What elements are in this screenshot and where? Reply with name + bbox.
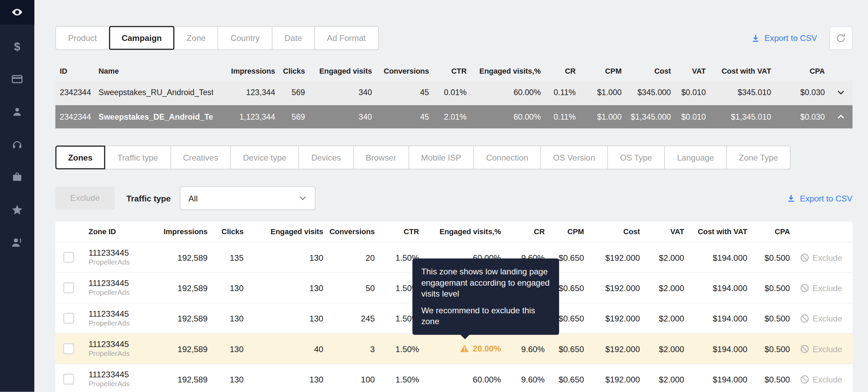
detail-tab-label: OS Version (553, 153, 595, 162)
zone-checkbox[interactable] (63, 252, 74, 263)
report-tab[interactable]: Zone (174, 26, 218, 50)
detail-tab[interactable]: Connection (474, 146, 541, 169)
detail-tab[interactable]: Device type (230, 146, 299, 169)
zone-cr: 9.60% (505, 374, 549, 384)
campaign-conversions: 45 (376, 88, 433, 97)
zone-id: 111233445 (89, 338, 137, 349)
detail-tab[interactable]: OS Version (540, 146, 608, 169)
content: Product Campaign Zone Country Date Ad Fo… (55, 0, 852, 392)
campaign-row[interactable]: 2342344 Sweepstakes_RU_Android_Test 123,… (55, 81, 852, 104)
detail-tab[interactable]: Creatives (170, 146, 231, 169)
detail-tab-label: Zone Type (739, 153, 778, 162)
exclude-zone-button[interactable]: Exclude (794, 344, 852, 353)
exclude-zone-button[interactable]: Exclude (794, 314, 852, 323)
column-header-cost-with-vat: Cost with VAT (689, 227, 752, 236)
sidebar: $ (0, 0, 34, 392)
warning-icon (460, 344, 469, 352)
zone-vat: $2.000 (644, 344, 689, 353)
campaign-engaged-pct: 60.00% (471, 88, 545, 97)
zone-checkbox[interactable] (63, 374, 74, 385)
dollar-icon[interactable]: $ (11, 40, 24, 53)
detail-tab[interactable]: Zone Type (726, 146, 791, 169)
refresh-button[interactable] (829, 26, 852, 49)
detail-tab-label: Zones (68, 153, 93, 162)
detail-tab-label: Browser (366, 153, 396, 162)
exclude-selected-button[interactable]: Exclude (55, 186, 115, 210)
chevron-down-icon[interactable] (836, 88, 845, 97)
referral-voice-icon[interactable] (11, 236, 24, 249)
campaign-cost-with-vat: $345.010 (710, 88, 776, 97)
eye-icon[interactable] (0, 0, 34, 24)
detail-tab[interactable]: Zones (55, 146, 105, 169)
report-tab[interactable]: Ad Format (314, 26, 378, 50)
zone-cost: $192.000 (588, 253, 644, 262)
zone-cpm: $0.650 (549, 374, 588, 384)
user-icon[interactable] (11, 105, 24, 119)
tooltip-arrow (460, 334, 470, 340)
report-toolbar: Product Campaign Zone Country Date Ad Fo… (55, 26, 852, 50)
campaign-vat: $0.010 (675, 88, 710, 97)
billing-card-icon[interactable] (11, 73, 24, 86)
chevron-down-icon[interactable] (836, 112, 845, 121)
zones-table: Zone ID Impressions Clicks Engaged visit… (55, 221, 852, 392)
exclude-zone-button[interactable]: Exclude (794, 253, 852, 262)
detail-tab[interactable]: Traffic type (105, 146, 171, 169)
zone-checkbox[interactable] (63, 282, 74, 293)
detail-tab[interactable]: Language (664, 146, 727, 169)
campaign-cr: 0.11% (545, 112, 580, 121)
report-tab-label: Date (285, 33, 302, 43)
zone-network: PropellerAds (89, 288, 137, 298)
exclude-zone-button[interactable]: Exclude (794, 283, 852, 293)
zones-toolbar-right: Export to CSV (787, 193, 852, 203)
column-header-ctr: CTR (379, 227, 423, 236)
campaign-row[interactable]: 2342344 Sweepstakes_DE_Android_Test 1,12… (55, 105, 852, 129)
detail-tab[interactable]: Browser (353, 146, 409, 169)
report-tab[interactable]: Date (272, 26, 315, 50)
zone-clicks: 130 (212, 344, 248, 353)
report-tab[interactable]: Product (55, 26, 109, 50)
detail-tab-label: Language (677, 153, 714, 162)
zone-vat: $2.000 (644, 283, 689, 293)
detail-tab-label: Mobile ISP (421, 153, 461, 162)
campaign-id: 2342344 (55, 88, 94, 97)
detail-tab[interactable]: OS Type (607, 146, 665, 169)
exclude-zone-button[interactable]: Exclude (794, 374, 852, 384)
zone-engaged-visits: 130 (248, 314, 328, 323)
traffic-type-select[interactable]: All (180, 186, 316, 210)
campaign-table: ID Name Impressions Clicks Engaged visit… (55, 61, 852, 129)
zone-cost-with-vat: $194.000 (689, 283, 752, 293)
detail-tab-label: Devices (311, 153, 341, 162)
report-tab[interactable]: Country (218, 26, 272, 50)
report-tab-label: Country (230, 33, 259, 43)
zone-checkbox[interactable] (63, 343, 74, 354)
zone-checkbox[interactable] (63, 313, 74, 323)
zone-network: PropellerAds (89, 319, 137, 328)
download-icon (787, 194, 795, 202)
campaign-table-body: 2342344 Sweepstakes_RU_Android_Test 123,… (55, 81, 852, 129)
zone-vat: $2.000 (644, 253, 689, 262)
column-header-conversions: Conversions (376, 67, 433, 75)
column-header-cpm: CPM (580, 67, 626, 75)
zone-clicks: 135 (212, 253, 248, 262)
campaign-cr: 0.11% (545, 88, 580, 97)
column-header-clicks: Clicks (280, 67, 310, 75)
column-header-cr: CR (505, 227, 549, 236)
detail-tab[interactable]: Mobile ISP (408, 146, 474, 169)
refresh-icon (835, 32, 846, 43)
zone-engaged-pct-cell: 20.00% (423, 344, 505, 354)
zone-impressions: 192,589 (141, 344, 212, 353)
exclude-zone-label: Exclude (813, 253, 842, 262)
toolbar-right: Export to CSV (751, 26, 852, 49)
detail-tab[interactable]: Devices (299, 146, 354, 169)
campaign-clicks: 569 (280, 88, 310, 97)
download-icon (751, 33, 760, 42)
zones-export-csv-button[interactable]: Export to CSV (787, 193, 852, 203)
export-csv-button[interactable]: Export to CSV (751, 33, 817, 43)
star-icon[interactable] (11, 203, 24, 216)
report-tab[interactable]: Campaign (109, 26, 174, 50)
briefcase-icon[interactable] (11, 170, 24, 184)
zone-conversions: 245 (328, 314, 379, 323)
traffic-type-value: All (189, 193, 198, 203)
headset-icon[interactable] (11, 138, 24, 151)
tooltip-text-1: This zone shows low landing page engagem… (421, 266, 550, 299)
